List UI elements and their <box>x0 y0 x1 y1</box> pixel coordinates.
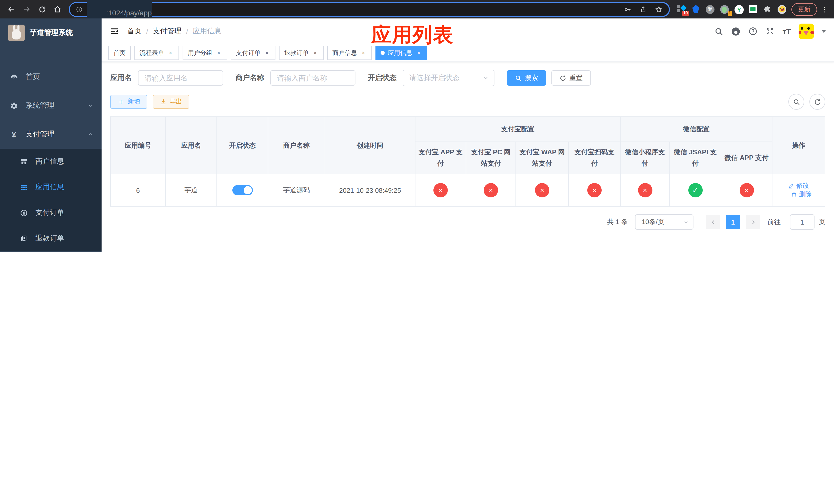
browser-menu-icon[interactable]: ⋮ <box>820 5 829 13</box>
extension-chat-icon[interactable] <box>749 5 758 14</box>
font-size-icon[interactable]: ᴛT <box>783 27 791 36</box>
documents-icon <box>20 234 28 242</box>
breadcrumb-item[interactable]: 支付管理 <box>153 27 181 36</box>
extension-command-icon[interactable]: ⌘ <box>706 5 715 14</box>
user-avatar[interactable] <box>798 24 814 39</box>
prev-page-button[interactable] <box>706 215 720 229</box>
tab-home[interactable]: 首页 <box>108 46 131 60</box>
tab-refund-orders[interactable]: 退款订单× <box>279 46 324 60</box>
reload-icon[interactable] <box>36 3 48 15</box>
password-key-icon[interactable] <box>624 5 631 13</box>
browser-update-button[interactable]: 更新 <box>791 3 817 16</box>
sidebar-logo[interactable]: 芋道管理系统 <box>0 19 102 47</box>
screen: localhost:1024/pay/app 10 ⌘ 1 Y 更新 ⋮ 芋道管 <box>0 0 834 252</box>
sidebar-item-label: 系统管理 <box>26 101 54 110</box>
trash-icon <box>791 191 797 198</box>
extension-emoji-icon[interactable] <box>777 5 786 14</box>
forward-icon[interactable] <box>21 3 33 15</box>
tab-process-form[interactable]: 流程表单× <box>134 46 179 60</box>
reset-button[interactable]: 重置 <box>551 70 591 86</box>
close-icon[interactable]: × <box>167 49 174 56</box>
sidebar: 芋道管理系统 首页 系统管理 ¥ 支付管理 <box>0 19 102 252</box>
goto-page-input[interactable] <box>790 214 814 230</box>
active-dot <box>380 51 385 55</box>
home-icon[interactable] <box>51 3 64 15</box>
header-search-icon[interactable] <box>715 27 723 36</box>
search-button[interactable]: 搜索 <box>507 70 546 86</box>
sidebar-item-infrastructure[interactable]: 基础设施 <box>0 251 102 252</box>
bookmark-star-icon[interactable] <box>655 5 663 13</box>
extension-y-icon[interactable]: Y <box>734 5 743 14</box>
export-button[interactable]: 导出 <box>153 95 189 109</box>
sidebar-item-refund-orders[interactable]: 退款订单 <box>0 226 102 251</box>
sidebar-item-home[interactable]: 首页 <box>0 63 102 91</box>
yen-icon: ¥ <box>10 130 18 139</box>
tab-app-info[interactable]: 应用信息× <box>375 46 427 60</box>
tab-merchant-info[interactable]: 商户信息× <box>327 46 372 60</box>
edit-link[interactable]: 修改 <box>788 181 809 190</box>
extension-blue-diamond-icon[interactable]: 10 <box>677 5 686 14</box>
close-icon[interactable]: × <box>312 49 319 56</box>
merchant-name-input[interactable] <box>270 70 355 86</box>
goto-label: 前往 <box>767 217 781 227</box>
next-page-button[interactable] <box>746 215 760 229</box>
status-icon: × <box>484 183 498 198</box>
search-form: 应用名 商户名称 开启状态 请选择开启状态 搜索 重置 <box>110 70 825 86</box>
extension-gem-icon[interactable] <box>692 5 700 14</box>
breadcrumb-current: 应用信息 <box>193 27 222 36</box>
refresh-table-icon-button[interactable] <box>809 94 825 110</box>
table-row: 6 芋道 芋道源码 2021-10-23 08:49:25 × × × × × … <box>111 174 825 206</box>
breadcrumb-item[interactable]: 首页 <box>127 27 141 36</box>
extension-avatar-icon[interactable]: 1 <box>720 5 729 14</box>
fullscreen-icon[interactable] <box>766 27 775 36</box>
app-table: 应用编号 应用名 开启状态 商户名称 创建时间 支付宝配置 微信配置 操作 支付… <box>110 116 825 207</box>
cell-app-id: 6 <box>111 174 166 206</box>
col-header-created: 创建时间 <box>325 117 415 174</box>
col-header-app-id: 应用编号 <box>111 117 166 174</box>
sidebar-item-pay-orders[interactable]: 支付订单 <box>0 200 102 226</box>
site-info-icon[interactable] <box>76 6 83 13</box>
tab-user-group[interactable]: 用户分组× <box>182 46 227 60</box>
sidebar-item-label: 商户信息 <box>36 157 64 166</box>
page-size-select[interactable]: 10条/页 <box>635 214 694 230</box>
close-icon[interactable]: × <box>415 49 422 56</box>
status-select[interactable]: 请选择开启状态 <box>403 70 495 86</box>
close-icon[interactable]: × <box>215 49 222 56</box>
avatar-dropdown-caret-icon[interactable] <box>822 30 826 32</box>
col-header-alipay-wap: 支付宝 WAP 网站支付 <box>516 142 569 174</box>
browser-toolbar: localhost:1024/pay/app 10 ⌘ 1 Y 更新 ⋮ <box>0 0 834 19</box>
cell-app-name: 芋道 <box>166 174 217 206</box>
sidebar-item-label: 应用信息 <box>36 183 64 192</box>
url-bar[interactable]: localhost:1024/pay/app <box>70 3 669 16</box>
chevron-down-icon <box>483 75 489 81</box>
add-button[interactable]: ＋新增 <box>110 95 147 109</box>
help-icon[interactable] <box>749 27 758 36</box>
sidebar-item-merchant-info[interactable]: 商户信息 <box>0 149 102 174</box>
tags-view: 首页 流程表单× 用户分组× 支付订单× 退款订单× 商户信息× 应用信息× <box>102 44 834 62</box>
sidebar-item-system[interactable]: 系统管理 <box>0 91 102 120</box>
download-icon <box>160 98 167 105</box>
close-icon[interactable]: × <box>264 49 270 56</box>
sidebar-item-label: 支付管理 <box>26 130 54 139</box>
col-header-actions: 操作 <box>772 117 825 174</box>
app-name-input[interactable] <box>138 70 223 86</box>
github-icon[interactable] <box>731 26 741 36</box>
share-icon[interactable] <box>640 5 647 13</box>
close-icon[interactable]: × <box>360 49 367 56</box>
extensions-puzzle-icon[interactable] <box>763 5 772 14</box>
current-page-button[interactable]: 1 <box>726 215 740 229</box>
enabled-toggle[interactable] <box>232 185 253 196</box>
delete-link[interactable]: 删除 <box>791 190 812 199</box>
chevron-up-icon <box>87 131 93 137</box>
col-header-alipay-pc: 支付宝 PC 网站支付 <box>466 142 516 174</box>
status-icon: ✓ <box>688 183 702 198</box>
sidebar-item-payment[interactable]: ¥ 支付管理 <box>0 120 102 149</box>
col-header-merchant: 商户名称 <box>268 117 325 174</box>
sidebar-fold-icon[interactable] <box>110 27 119 36</box>
tab-pay-orders[interactable]: 支付订单× <box>231 46 276 60</box>
back-icon[interactable] <box>5 3 18 15</box>
sidebar-item-app-info[interactable]: 应用信息 <box>0 174 102 200</box>
toggle-search-icon-button[interactable] <box>788 94 804 110</box>
extensions-area: 10 ⌘ 1 Y <box>675 5 788 14</box>
shop-icon <box>20 158 28 165</box>
